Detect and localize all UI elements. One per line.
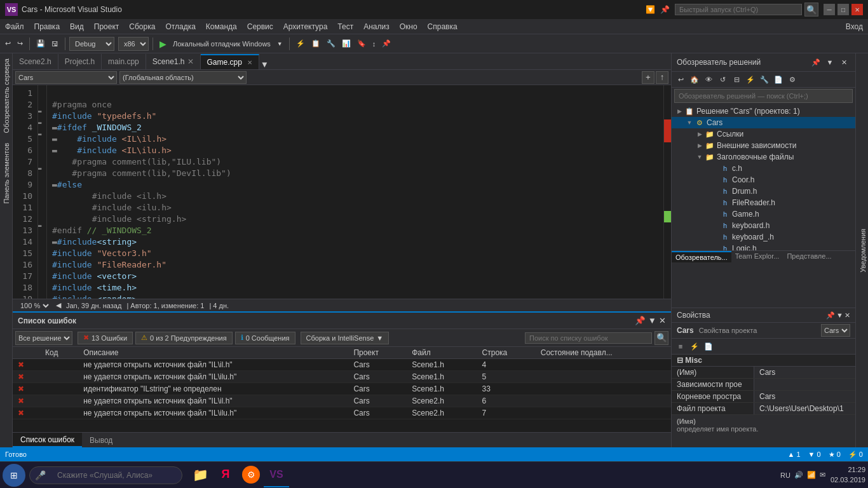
se-show-all[interactable]: 👁 bbox=[702, 73, 715, 86]
locale-indicator[interactable]: RU bbox=[780, 471, 790, 479]
prop-btn-list[interactable]: ≡ bbox=[674, 340, 687, 353]
tab-scene1h[interactable]: Scene1.h ✕ bbox=[146, 54, 201, 69]
se-dropdown[interactable]: ▼ bbox=[824, 56, 836, 69]
taskbar-app-vs[interactable]: VS bbox=[264, 463, 289, 487]
el-build-filter[interactable]: Сборка и IntelliSense ▼ bbox=[301, 332, 390, 344]
se-tab-explorer[interactable]: Обозреватель... bbox=[672, 251, 731, 262]
toolbar-misc2[interactable]: 📋 bbox=[309, 38, 323, 49]
prop-pin[interactable]: 📌 bbox=[826, 311, 835, 320]
taskbar-app-mail[interactable]: ⚙ bbox=[238, 463, 264, 487]
tree-project[interactable]: ▼ ⚙ Cars bbox=[672, 117, 855, 128]
tree-coorh[interactable]: h Coor.h bbox=[672, 174, 855, 186]
fold-13[interactable]: ▬ bbox=[38, 222, 46, 234]
se-props[interactable]: 🔧 bbox=[758, 73, 771, 86]
se-tab-team[interactable]: Team Explor... bbox=[731, 251, 783, 262]
se-preview[interactable]: 📄 bbox=[772, 73, 785, 86]
menu-team[interactable]: Команда bbox=[201, 19, 242, 34]
code-content[interactable]: #pragma once #include "typedefs.h" ▬#ifd… bbox=[47, 85, 671, 299]
menu-arch[interactable]: Архитектура bbox=[278, 19, 333, 34]
menu-build[interactable]: Сборка bbox=[124, 19, 160, 34]
error-row-4[interactable]: ✖ не удается открыть источник файл "IL\i… bbox=[13, 407, 671, 419]
menu-file[interactable]: Файл bbox=[0, 19, 29, 34]
config-dropdown[interactable]: Debug Release bbox=[69, 37, 114, 51]
method-selector[interactable]: (Глобальная область) bbox=[119, 71, 247, 84]
menu-project[interactable]: Проект bbox=[89, 19, 125, 34]
toolbox-label[interactable]: Панель элементов bbox=[1, 138, 11, 209]
toolbar-misc5[interactable]: 🔖 bbox=[355, 38, 369, 49]
menu-help[interactable]: Справка bbox=[423, 19, 463, 34]
el-dropdown[interactable]: ▼ bbox=[648, 316, 656, 325]
error-row-0[interactable]: ✖ не удается открыть источник файл "IL\i… bbox=[13, 359, 671, 371]
tree-drumh[interactable]: h Drum.h bbox=[672, 186, 855, 197]
tree-keyboardh[interactable]: h keyboard.h bbox=[672, 220, 855, 231]
taskbar-app-yandex[interactable]: Я bbox=[213, 463, 238, 487]
se-pin[interactable]: 📌 bbox=[810, 56, 822, 69]
el-scope-filter[interactable]: Все решение bbox=[15, 331, 72, 345]
tree-external-deps[interactable]: ▶ 📁 Внешние зависимости bbox=[672, 140, 855, 151]
tab-scroll-right[interactable]: ▼ bbox=[261, 60, 269, 69]
btab-errors[interactable]: Список ошибок bbox=[13, 433, 82, 447]
login-button[interactable]: Вход bbox=[841, 19, 868, 34]
tree-logich[interactable]: h Logic.h bbox=[672, 243, 855, 250]
tab-projecth[interactable]: Project.h bbox=[58, 54, 102, 69]
toolbar-undo[interactable]: ↩ bbox=[3, 38, 13, 49]
notifications-label[interactable]: Уведомления bbox=[858, 224, 868, 278]
col-code[interactable]: Код bbox=[40, 347, 78, 359]
run-button[interactable]: ▶ bbox=[157, 37, 169, 50]
tree-ch[interactable]: h c.h bbox=[672, 163, 855, 174]
tab-gamecpp[interactable]: Game.cpp ✕ bbox=[201, 54, 259, 69]
el-search-btn[interactable]: 🔍 bbox=[654, 331, 668, 345]
se-home[interactable]: 🏠 bbox=[688, 73, 701, 86]
el-messages-filter[interactable]: ℹ 0 Сообщения bbox=[235, 332, 295, 344]
el-warnings-filter[interactable]: ⚠ 0 из 2 Предупреждения bbox=[135, 332, 233, 344]
menu-debug[interactable]: Отладка bbox=[160, 19, 200, 34]
taskbar-app-explorer[interactable]: 📁 bbox=[187, 463, 213, 487]
tree-filereaderh[interactable]: h FileReader.h bbox=[672, 197, 855, 208]
volume-icon[interactable]: 🔊 bbox=[794, 471, 803, 479]
se-refresh[interactable]: ↺ bbox=[716, 73, 729, 86]
code-toolbar-scroll-up[interactable]: ↑ bbox=[656, 71, 668, 84]
se-settings[interactable]: ⚙ bbox=[786, 73, 799, 86]
platform-dropdown[interactable]: x86 x64 bbox=[118, 37, 149, 51]
code-toolbar-add[interactable]: + bbox=[642, 71, 654, 84]
fold-4[interactable]: ▬ bbox=[38, 119, 46, 131]
network-icon[interactable]: 📶 bbox=[807, 471, 816, 479]
zoom-selector[interactable]: 100 % bbox=[18, 301, 51, 310]
tree-header-files[interactable]: ▼ 📁 Заголовочные файлы bbox=[672, 151, 855, 163]
menu-test[interactable]: Тест bbox=[332, 19, 358, 34]
el-search-input[interactable] bbox=[525, 332, 652, 344]
se-close[interactable]: ✕ bbox=[837, 56, 850, 69]
close-button[interactable]: ✕ bbox=[851, 4, 863, 15]
quick-launch-input[interactable] bbox=[675, 4, 802, 15]
se-collapse[interactable]: ⊟ bbox=[730, 73, 743, 86]
btab-output[interactable]: Вывод bbox=[82, 433, 120, 447]
server-explorer-label[interactable]: Обозреватель сервера bbox=[1, 53, 11, 138]
class-selector[interactable]: Cars bbox=[15, 71, 117, 84]
menu-tools[interactable]: Сервис bbox=[242, 19, 278, 34]
nav-back[interactable]: ◀ bbox=[56, 301, 61, 309]
run-dropdown[interactable]: ▼ bbox=[275, 39, 285, 48]
prop-scope[interactable]: Cars bbox=[821, 324, 850, 337]
toolbar-redo[interactable]: ↪ bbox=[15, 38, 25, 49]
prop-close[interactable]: ✕ bbox=[844, 311, 850, 320]
se-tab-repr[interactable]: Представле... bbox=[783, 251, 835, 262]
menu-view[interactable]: Вид bbox=[65, 19, 89, 34]
el-pin[interactable]: 📌 bbox=[635, 316, 646, 325]
minimize-button[interactable]: ─ bbox=[824, 4, 835, 15]
se-filter[interactable]: ⚡ bbox=[744, 73, 757, 86]
se-search-input[interactable] bbox=[674, 89, 853, 103]
toolbar-misc4[interactable]: 📊 bbox=[339, 38, 353, 49]
tree-solution[interactable]: ▶ 📋 Решение "Cars" (проектов: 1) bbox=[672, 105, 855, 117]
search-icon-btn[interactable]: 🔍 bbox=[804, 3, 818, 17]
tab-maincpp[interactable]: main.cpp bbox=[102, 54, 146, 69]
col-icon[interactable] bbox=[13, 347, 40, 359]
el-close[interactable]: ✕ bbox=[659, 316, 666, 325]
menu-analyze[interactable]: Анализ bbox=[358, 19, 395, 34]
toolbar-misc7[interactable]: 📌 bbox=[379, 38, 393, 49]
col-file[interactable]: Файл bbox=[407, 347, 477, 359]
se-sync[interactable]: ↩ bbox=[674, 73, 687, 86]
start-button[interactable]: ⊞ bbox=[3, 464, 25, 487]
mail-tray-icon[interactable]: ✉ bbox=[820, 471, 825, 479]
error-row-3[interactable]: ✖ не удается открыть источник файл "IL\i… bbox=[13, 395, 671, 407]
tab-scene2h[interactable]: Scene2.h bbox=[13, 54, 58, 69]
